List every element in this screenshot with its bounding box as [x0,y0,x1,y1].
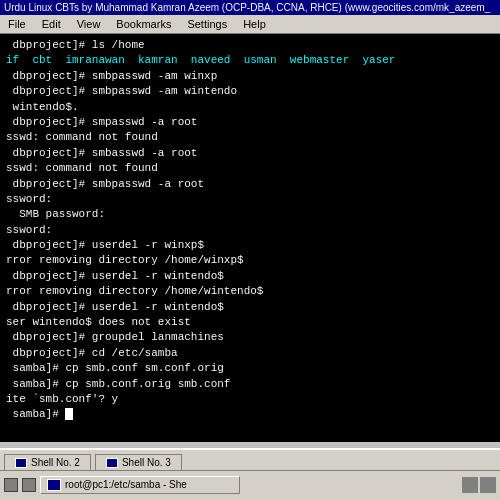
terminal-line: ser wintendo$ does not exist [6,315,494,330]
terminal-line: ssword: [6,223,494,238]
terminal-line: dbproject]# smbpasswd -am wintendo [6,84,494,99]
title-bar: Urdu Linux CBTs by Muhammad Kamran Azeem… [0,0,500,15]
shell-tab-3-label: Shell No. 3 [122,457,171,468]
terminal-area: dbproject]# ls /homeif cbt imranawan kam… [0,34,500,442]
terminal-line: ite `smb.conf'? y [6,392,494,407]
terminal-line: samba]# cp smb.conf sm.conf.orig [6,361,494,376]
menu-help[interactable]: Help [239,17,270,31]
tray-icon-1 [462,477,478,493]
terminal-line: dbproject]# cd /etc/samba [6,346,494,361]
terminal-cursor [65,408,73,420]
terminal-line: dbproject]# userdel -r wintendo$ [6,269,494,284]
shell-tab-2-label: Shell No. 2 [31,457,80,468]
shell-tab-3[interactable]: Shell No. 3 [95,454,182,470]
menu-bookmarks[interactable]: Bookmarks [112,17,175,31]
terminal-line: dbproject]# smbasswd -a root [6,146,494,161]
terminal-line: dbproject]# userdel -r winxp$ [6,238,494,253]
taskbar: Shell No. 2 Shell No. 3 root@pc1:/etc/sa… [0,448,500,500]
terminal-line: dbproject]# groupdel lanmachines [6,330,494,345]
menu-view[interactable]: View [73,17,105,31]
shell-tab-2-icon [15,458,27,468]
title-text: Urdu Linux CBTs by Muhammad Kamran Azeem… [4,2,490,13]
menu-edit[interactable]: Edit [38,17,65,31]
terminal-line: dbproject]# smbpasswd -am winxp [6,69,494,84]
menu-file[interactable]: File [4,17,30,31]
start-icon-1 [4,478,18,492]
terminal-line: samba]# [6,407,494,422]
tray-icon-2 [480,477,496,493]
terminal-line: rror removing directory /home/wintendo$ [6,284,494,299]
terminal-line: SMB password: [6,207,494,222]
taskbar-bottom: root@pc1:/etc/samba - She [0,470,500,498]
terminal-line: sswd: command not found [6,130,494,145]
shell-tabs: Shell No. 2 Shell No. 3 [0,450,500,470]
terminal-line: dbproject]# smpasswd -a root [6,115,494,130]
start-icon-2 [22,478,36,492]
system-tray [462,477,496,493]
shell-tab-2[interactable]: Shell No. 2 [4,454,91,470]
terminal-btn-icon [47,479,61,491]
terminal-line: dbproject]# ls /home [6,38,494,53]
start-area [4,478,36,492]
terminal-line: sswd: command not found [6,161,494,176]
terminal-line: rror removing directory /home/winxp$ [6,253,494,268]
terminal-line: ssword: [6,192,494,207]
terminal-line: dbproject]# userdel -r wintendo$ [6,300,494,315]
terminal-line: wintendo$. [6,100,494,115]
menu-settings[interactable]: Settings [183,17,231,31]
terminal-line: dbproject]# smbpasswd -a root [6,177,494,192]
menu-bar: File Edit View Bookmarks Settings Help [0,15,500,34]
terminal-taskbar-button[interactable]: root@pc1:/etc/samba - She [40,476,240,494]
terminal-btn-label: root@pc1:/etc/samba - She [65,479,187,490]
shell-tab-3-icon [106,458,118,468]
terminal-line: samba]# cp smb.conf.orig smb.conf [6,377,494,392]
terminal-line: if cbt imranawan kamran naveed usman web… [6,53,494,68]
